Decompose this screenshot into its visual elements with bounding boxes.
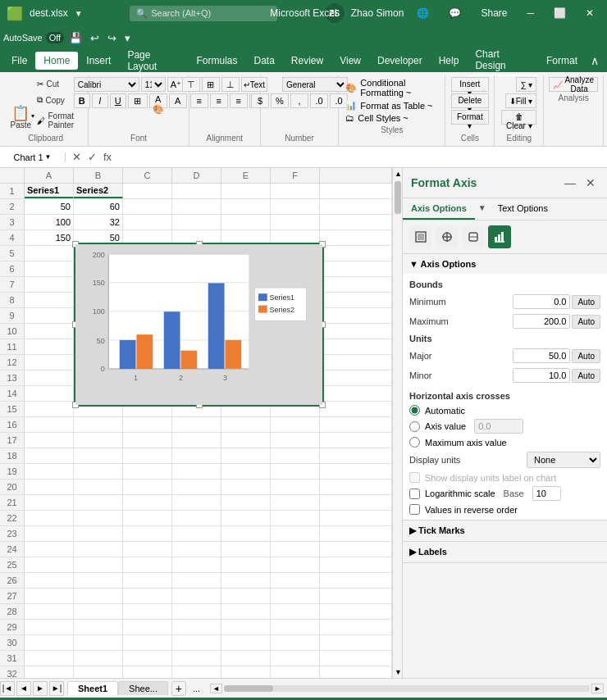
cell-C31[interactable] [123, 651, 172, 666]
tab-nav-right-right[interactable]: ►| [49, 681, 64, 696]
cell-A24[interactable] [25, 542, 74, 557]
cell-C22[interactable] [123, 511, 172, 525]
menu-insert[interactable]: Insert [78, 52, 119, 70]
cell-A7[interactable] [25, 277, 74, 292]
tick-marks-header[interactable]: ▶ Tick Marks [403, 520, 607, 541]
more-qa-btn[interactable]: ▾ [121, 30, 134, 46]
cell-C32[interactable] [123, 666, 172, 678]
radio-max-axis-value[interactable] [409, 437, 420, 448]
panel-collapse-btn[interactable]: — [561, 175, 579, 191]
chart-container[interactable]: 200 150 100 50 0 [74, 243, 324, 407]
cell-D31[interactable] [172, 651, 221, 666]
cell-A29[interactable] [25, 620, 74, 634]
cell-E27[interactable] [221, 589, 271, 603]
sheet-tab-sheet2[interactable]: Shee... [118, 681, 168, 695]
cell-D24[interactable] [172, 542, 221, 557]
insert-cells-btn[interactable]: Insert ▾ [451, 77, 489, 92]
autosave-toggle[interactable]: Off [46, 32, 64, 43]
tab-nav-left[interactable]: ◄ [16, 681, 31, 696]
cell-F16[interactable] [271, 417, 320, 432]
chart-icon-btn[interactable] [488, 225, 511, 248]
cell-A5[interactable] [25, 246, 74, 261]
cell-C26[interactable] [123, 573, 172, 588]
cell-B21[interactable] [74, 495, 123, 510]
cell-A2[interactable]: 50 [25, 199, 74, 214]
cell-C24[interactable] [123, 542, 172, 557]
cell-C18[interactable] [123, 448, 172, 463]
tab-nav-right[interactable]: ► [33, 681, 48, 696]
scroll-left-btn[interactable]: ◄ [210, 684, 222, 693]
undo-btn[interactable]: ↩ [87, 30, 103, 46]
cell-A30[interactable] [25, 635, 74, 650]
col-header-D[interactable]: D [172, 168, 221, 183]
show-display-units-checkbox[interactable] [409, 472, 420, 483]
cell-A4[interactable]: 150 [25, 230, 74, 245]
cell-A12[interactable] [25, 355, 74, 370]
name-box-dropdown[interactable]: ▼ [45, 153, 52, 161]
cell-F24[interactable] [271, 542, 320, 557]
radio-axis-value[interactable] [409, 421, 420, 432]
analyze-data-btn[interactable]: 📈 Analyze Data [549, 77, 598, 92]
comments-btn[interactable]: 💬 [442, 4, 468, 22]
restore-btn[interactable]: ⬜ [547, 4, 573, 22]
cell-D26[interactable] [172, 573, 221, 588]
number-format-select[interactable]: General [282, 77, 348, 92]
cell-C25[interactable] [123, 557, 172, 572]
cell-D25[interactable] [172, 557, 221, 572]
scroll-track[interactable] [393, 180, 402, 666]
cell-A19[interactable] [25, 464, 74, 479]
bottom-align-btn[interactable]: ⊥ [221, 77, 240, 92]
col-header-B[interactable]: B [74, 168, 123, 183]
dec-increase-btn[interactable]: .0 [310, 93, 328, 108]
cell-D3[interactable] [172, 215, 221, 230]
cell-E28[interactable] [221, 604, 271, 619]
cell-F21[interactable] [271, 495, 320, 510]
cell-B22[interactable] [74, 511, 123, 525]
cell-E32[interactable] [221, 666, 271, 678]
col-header-F[interactable]: F [271, 168, 320, 183]
cell-F25[interactable] [271, 557, 320, 572]
cell-D29[interactable] [172, 620, 221, 634]
cell-D22[interactable] [172, 511, 221, 525]
cell-B23[interactable] [74, 526, 123, 541]
cell-F30[interactable] [271, 635, 320, 650]
cell-D19[interactable] [172, 464, 221, 479]
border-btn[interactable]: ⊞ [128, 93, 148, 108]
cell-D20[interactable] [172, 480, 221, 494]
cell-A32[interactable] [25, 666, 74, 678]
cell-D2[interactable] [172, 199, 221, 214]
cell-A14[interactable] [25, 386, 74, 401]
h-scroll-track[interactable] [224, 685, 590, 692]
cell-D18[interactable] [172, 448, 221, 463]
scroll-up-btn[interactable]: ▲ [393, 168, 402, 180]
cell-E17[interactable] [221, 433, 271, 448]
cell-A31[interactable] [25, 651, 74, 666]
cell-C19[interactable] [123, 464, 172, 479]
cell-B32[interactable] [74, 666, 123, 678]
cell-F29[interactable] [271, 620, 320, 634]
cell-F27[interactable] [271, 589, 320, 603]
menu-chart-design[interactable]: Chart Design [467, 45, 538, 76]
minimum-input[interactable] [513, 294, 570, 309]
radio-automatic[interactable] [409, 405, 420, 416]
cell-B24[interactable] [74, 542, 123, 557]
minimize-btn[interactable]: ─ [520, 4, 541, 22]
currency-btn[interactable]: $ [251, 93, 269, 108]
scroll-thumb[interactable] [395, 181, 401, 214]
underline-btn[interactable]: U [110, 93, 126, 108]
cell-A23[interactable] [25, 526, 74, 541]
cell-C16[interactable] [123, 417, 172, 432]
menu-file[interactable]: File [3, 52, 35, 70]
cell-F28[interactable] [271, 604, 320, 619]
cell-D28[interactable] [172, 604, 221, 619]
autosum-btn[interactable]: ∑ ▾ [516, 77, 536, 92]
dropdown-arrow[interactable]: ▼ [75, 9, 83, 18]
cell-A22[interactable] [25, 511, 74, 525]
cell-A17[interactable] [25, 433, 74, 448]
cell-B18[interactable] [74, 448, 123, 463]
maximum-input[interactable] [513, 314, 570, 329]
cell-F2[interactable] [271, 199, 320, 214]
cell-B1[interactable]: Series2 [74, 184, 123, 198]
cell-C28[interactable] [123, 604, 172, 619]
effects-icon-btn[interactable] [462, 225, 485, 248]
